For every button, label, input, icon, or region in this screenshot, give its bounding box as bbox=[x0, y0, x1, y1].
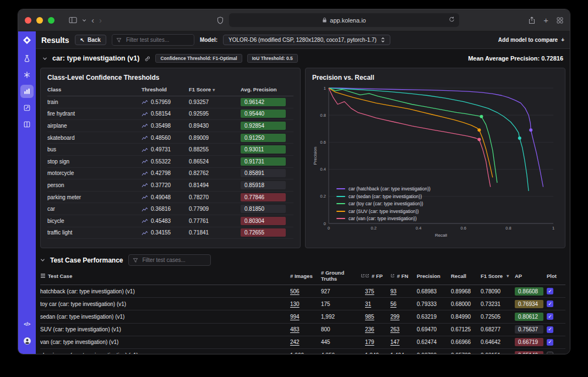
tab-overview-icon[interactable] bbox=[557, 17, 563, 24]
col-f1-score[interactable]: F1 Score▾ bbox=[189, 86, 241, 92]
collapse-section-chevron-icon[interactable] bbox=[42, 56, 47, 61]
shield-icon[interactable] bbox=[217, 17, 224, 24]
bar-chart-icon bbox=[24, 88, 30, 95]
model-label: Model: bbox=[200, 37, 217, 43]
code-icon[interactable]: </> bbox=[20, 318, 34, 331]
close-window-button[interactable] bbox=[25, 17, 31, 24]
line-chart-icon[interactable] bbox=[141, 218, 148, 223]
line-chart-icon[interactable] bbox=[141, 194, 148, 200]
external-link-icon bbox=[361, 274, 365, 278]
images-link[interactable]: 242 bbox=[290, 339, 300, 345]
line-chart-icon[interactable] bbox=[141, 135, 148, 140]
threshold-table-body: train 0.57959 0.93257 0.96142 fire hydra… bbox=[47, 96, 293, 239]
plot-checkbox[interactable]: ✓ bbox=[547, 339, 553, 346]
share-icon[interactable] bbox=[529, 17, 535, 24]
f1-score-value: 0.82762 bbox=[189, 170, 241, 176]
class-name: skateboard bbox=[47, 135, 141, 141]
fp-link[interactable]: 179 bbox=[365, 339, 374, 345]
model-dropdown[interactable]: YOLOR-D6 (modified CSP, 1280x1280, coco1… bbox=[223, 35, 390, 45]
line-chart-icon[interactable] bbox=[141, 147, 148, 152]
refresh-icon[interactable] bbox=[449, 16, 455, 23]
fn-link[interactable]: 299 bbox=[390, 314, 400, 320]
sidebar-item-results[interactable] bbox=[20, 85, 34, 98]
sidebar-item-studio[interactable] bbox=[20, 68, 34, 81]
col-fn[interactable]: # FN bbox=[390, 273, 417, 279]
sidebar-item-annotations[interactable] bbox=[20, 101, 34, 114]
images-link[interactable]: 506 bbox=[290, 288, 300, 294]
fp-link[interactable]: 375 bbox=[365, 288, 374, 294]
fn-link[interactable]: 263 bbox=[390, 326, 400, 332]
plus-icon: + bbox=[561, 37, 564, 43]
sidebar-toggle-icon[interactable] bbox=[69, 17, 77, 24]
legend-item[interactable]: car (toy car (car: type investigation)) bbox=[336, 201, 431, 206]
avg-precision-badge: 0.93011 bbox=[241, 145, 286, 154]
threshold-value: 0.45483 bbox=[151, 218, 171, 224]
col-fp[interactable]: # FP bbox=[365, 273, 390, 279]
avg-precision-badge: 0.91250 bbox=[241, 134, 286, 142]
threshold-table-row: bus 0.49731 0.88255 0.93011 bbox=[47, 144, 293, 156]
zoom-window-button[interactable] bbox=[48, 17, 55, 24]
col-f1-score[interactable]: F1 Score▾ bbox=[481, 273, 515, 279]
images-link[interactable]: 130 bbox=[290, 301, 300, 307]
test-case-name: van (car: type investigation) (v1) bbox=[40, 339, 290, 345]
collapse-testcases-chevron-icon[interactable] bbox=[40, 258, 45, 263]
filter-test-cases-input[interactable] bbox=[141, 256, 206, 264]
link-icon[interactable] bbox=[144, 56, 150, 62]
legend-item[interactable]: car (sedan (car: type investigation)) bbox=[336, 194, 431, 199]
new-tab-icon[interactable]: + bbox=[543, 15, 548, 25]
line-chart-icon[interactable] bbox=[141, 171, 148, 176]
images-link[interactable]: 483 bbox=[290, 326, 300, 332]
fp-link[interactable]: 31 bbox=[365, 301, 371, 307]
minimize-window-button[interactable] bbox=[36, 17, 43, 24]
plot-checkbox[interactable] bbox=[547, 352, 553, 354]
f1-value: 0.63151 bbox=[481, 352, 515, 354]
fn-link[interactable]: 147 bbox=[390, 339, 400, 345]
chevron-down-icon[interactable] bbox=[82, 18, 86, 23]
menu-icon[interactable] bbox=[40, 274, 46, 278]
sidebar-item-test-suites[interactable] bbox=[20, 52, 34, 65]
fn-link[interactable]: 93 bbox=[390, 288, 396, 294]
fn-link[interactable]: 1,494 bbox=[390, 352, 404, 354]
line-chart-icon[interactable] bbox=[141, 123, 148, 128]
ground-truths-value: 800 bbox=[321, 326, 365, 332]
plot-checkbox[interactable]: ✓ bbox=[547, 313, 553, 320]
test-case-performance-title: Test Case Performance bbox=[50, 256, 123, 264]
plot-checkbox[interactable]: ✓ bbox=[547, 300, 553, 307]
fp-link[interactable]: 1,846 bbox=[365, 352, 379, 354]
line-chart-icon[interactable] bbox=[141, 159, 148, 164]
kolena-logo[interactable] bbox=[23, 36, 31, 45]
class-name: airplane bbox=[47, 123, 141, 129]
filter-test-suites-input[interactable] bbox=[125, 36, 190, 43]
map-value: 0.72816 bbox=[541, 55, 563, 62]
fp-link[interactable]: 236 bbox=[365, 326, 374, 332]
legend-item[interactable]: car (hatchback (car: type investigation)… bbox=[336, 186, 431, 192]
test-case-name: hatchback (car: type investigation) (v1) bbox=[40, 288, 290, 294]
plot-checkbox[interactable]: ✓ bbox=[547, 288, 553, 294]
pr-chart-title: Precision vs. Recall bbox=[312, 74, 558, 81]
line-chart-icon[interactable] bbox=[141, 99, 148, 105]
add-model-to-compare-button[interactable]: Add model to compare + bbox=[498, 37, 564, 43]
images-link[interactable]: 1,066 bbox=[290, 352, 304, 354]
legend-item[interactable]: car (van (car: type investigation)) bbox=[336, 216, 431, 221]
svg-text:0.8: 0.8 bbox=[505, 226, 511, 231]
images-link[interactable]: 994 bbox=[290, 314, 300, 320]
account-icon[interactable] bbox=[20, 334, 34, 347]
f1-score-value: 0.78270 bbox=[189, 194, 241, 200]
back-to-suites-button[interactable]: ↖ Back bbox=[75, 35, 106, 45]
add-model-label: Add model to compare bbox=[498, 37, 558, 43]
threshold-table-row: fire hydrant 0.58154 0.92595 0.95440 bbox=[47, 108, 293, 121]
col-ground-truths[interactable]: # Ground Truths bbox=[321, 270, 365, 282]
plot-checkbox[interactable]: ✓ bbox=[547, 326, 553, 333]
address-bar[interactable]: app.kolena.io bbox=[229, 13, 459, 27]
line-chart-icon[interactable] bbox=[141, 182, 148, 188]
fp-link[interactable]: 985 bbox=[365, 314, 374, 320]
line-chart-icon[interactable] bbox=[141, 206, 148, 212]
forward-button[interactable]: › bbox=[99, 15, 102, 25]
legend-item[interactable]: car (SUV (car: type investigation)) bbox=[336, 209, 431, 214]
filter-test-cases-box bbox=[128, 254, 211, 266]
fn-link[interactable]: 56 bbox=[390, 301, 396, 307]
sidebar-item-compare[interactable] bbox=[20, 118, 34, 131]
line-chart-icon[interactable] bbox=[141, 111, 148, 117]
line-chart-icon[interactable] bbox=[141, 230, 148, 236]
back-button[interactable]: ‹ bbox=[91, 15, 94, 25]
